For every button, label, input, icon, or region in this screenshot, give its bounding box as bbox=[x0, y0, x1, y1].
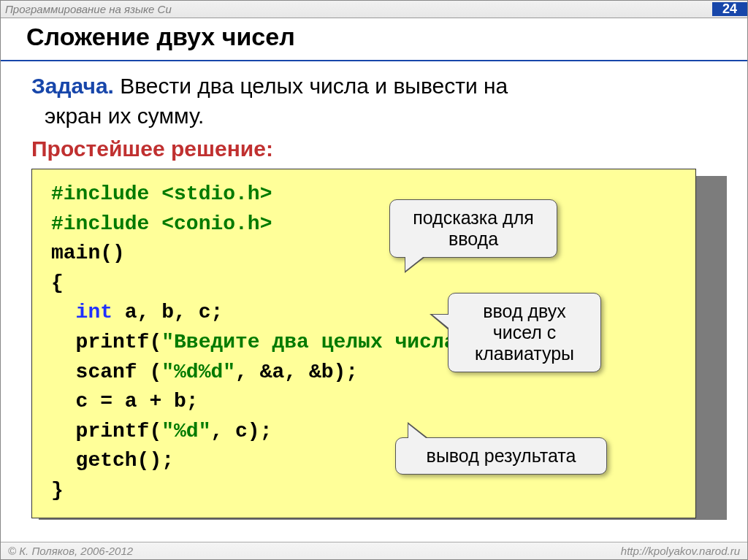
task-label: Задача. bbox=[31, 74, 114, 98]
callout-input: ввод двух чисел с клавиатуры bbox=[448, 293, 601, 372]
breadcrumb: Программирование на языке Си bbox=[5, 3, 172, 15]
code-l2: #include <conio.h> bbox=[51, 212, 272, 235]
code-l10: getch(); bbox=[51, 449, 174, 472]
code-l9c: , c); bbox=[210, 420, 272, 442]
header-bar: Программирование на языке Си 24 bbox=[1, 1, 747, 18]
footer-left: © К. Поляков, 2006-2012 bbox=[8, 545, 133, 557]
code-l3: main() bbox=[51, 242, 125, 264]
callout-input-l3: клавиатуры bbox=[462, 343, 587, 364]
title-row: Сложение двух чисел bbox=[1, 18, 747, 61]
task-line-1: Задача. Ввести два целых числа и вывести… bbox=[31, 72, 725, 101]
code-l1: #include <stdio.h> bbox=[51, 183, 272, 205]
code-l9b: "%d" bbox=[161, 420, 210, 442]
callout-output: вывод результата bbox=[395, 437, 607, 475]
callout-tail-inner bbox=[432, 315, 449, 328]
code-l7a: scanf ( bbox=[51, 361, 161, 383]
code-l5a bbox=[51, 301, 76, 323]
callout-input-l2: чисел с bbox=[462, 322, 587, 343]
solution-label: Простейшее решение: bbox=[31, 137, 725, 161]
callout-input-l1: ввод двух bbox=[462, 301, 587, 322]
code-l5c: a, b, c; bbox=[112, 301, 223, 323]
footer-right: http://kpolyakov.narod.ru bbox=[621, 545, 740, 557]
task-line-2: экран их сумму. bbox=[31, 101, 725, 131]
task-text-1: Ввести два целых числа и вывести на bbox=[114, 74, 508, 98]
footer-bar: © К. Поляков, 2006-2012 http://kpolyakov… bbox=[1, 542, 747, 559]
code-l7b: "%d%d" bbox=[161, 361, 235, 383]
callout-hint: подсказка для ввода bbox=[389, 199, 557, 258]
page-title: Сложение двух чисел bbox=[26, 23, 747, 51]
code-l4: { bbox=[51, 272, 64, 294]
code-l7c: , &a, &b); bbox=[235, 361, 358, 383]
code-l11: } bbox=[51, 479, 64, 502]
callout-output-l1: вывод результата bbox=[409, 445, 593, 467]
callout-hint-l1: подсказка для bbox=[403, 207, 543, 229]
callout-hint-l2: ввода bbox=[403, 229, 543, 250]
code-l6a: printf( bbox=[51, 331, 161, 353]
callout-tail-inner bbox=[408, 424, 426, 438]
code-l8: c = a + b; bbox=[51, 390, 199, 413]
code-l9a: printf( bbox=[51, 420, 161, 442]
code-l6b: "Введите два целых числа\n" bbox=[161, 331, 493, 353]
content-area: Задача. Ввести два целых числа и вывести… bbox=[1, 61, 747, 542]
code-wrap: #include <stdio.h> #include <conio.h> ma… bbox=[31, 169, 725, 518]
code-l5b: int bbox=[76, 301, 112, 323]
callout-tail-inner bbox=[405, 257, 423, 271]
page-number: 24 bbox=[712, 2, 747, 16]
